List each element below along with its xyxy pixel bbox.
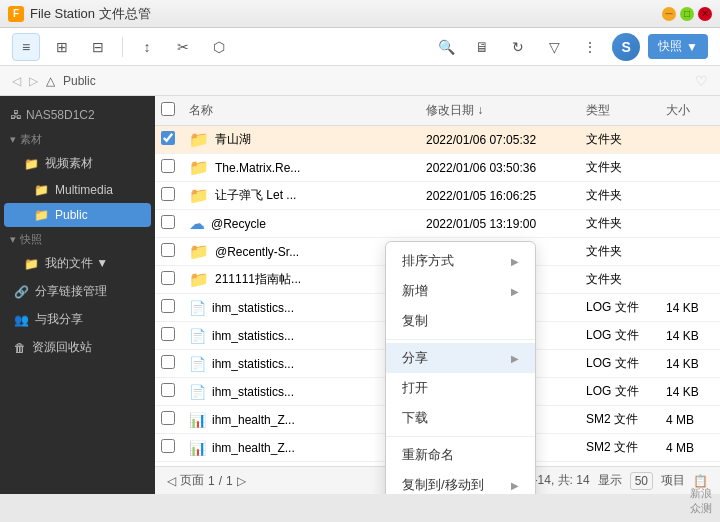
row-check-cell[interactable] xyxy=(155,184,183,207)
nav-back-icon[interactable]: ◁ xyxy=(12,74,21,88)
submenu-arrow-icon: ▶ xyxy=(511,286,519,297)
row-checkbox[interactable] xyxy=(161,327,175,341)
ctx-item-label: 新增 xyxy=(402,282,428,300)
close-button[interactable]: ✕ xyxy=(698,7,712,21)
sidebar-item-myfiles[interactable]: 📁 我的文件 ▼ xyxy=(4,250,151,277)
tools-button[interactable]: ✂ xyxy=(169,33,197,61)
detail-view-button[interactable]: ⊟ xyxy=(84,33,112,61)
col-name-header[interactable]: 名称 xyxy=(183,100,420,121)
section-snapshots[interactable]: ▾ 快照 xyxy=(0,228,155,249)
list-view-button[interactable]: ≡ xyxy=(12,33,40,61)
refresh-icon[interactable]: ↻ xyxy=(504,33,532,61)
select-all-checkbox[interactable] xyxy=(161,102,175,116)
sidebar-item-shared-label: 与我分享 xyxy=(35,311,83,328)
row-type-cell: 文件夹 xyxy=(580,184,660,207)
more-icon[interactable]: ⋮ xyxy=(576,33,604,61)
sidebar-item-video[interactable]: 📁 视频素材 xyxy=(4,150,151,177)
share-button[interactable]: ⬡ xyxy=(205,33,233,61)
context-menu-item-分享[interactable]: 分享▶ xyxy=(386,343,535,373)
share-icon: 👥 xyxy=(14,313,29,327)
link-icon: 🔗 xyxy=(14,285,29,299)
row-check-cell[interactable] xyxy=(155,436,183,459)
table-row[interactable]: 📁 The.Matrix.Re... 2022/01/06 03:50:36 文… xyxy=(155,154,720,182)
row-type-cell: LOG 文件 xyxy=(580,296,660,319)
remote-icon[interactable]: 🖥 xyxy=(468,33,496,61)
row-type-cell: 文件夹 xyxy=(580,128,660,151)
sidebar-item-shared-with-me[interactable]: 👥 与我分享 xyxy=(4,306,151,333)
row-check-cell[interactable] xyxy=(155,408,183,431)
row-check-cell[interactable] xyxy=(155,268,183,291)
filter-icon[interactable]: ▽ xyxy=(540,33,568,61)
maximize-button[interactable]: □ xyxy=(680,7,694,21)
row-check-cell[interactable] xyxy=(155,352,183,375)
page-separator: / xyxy=(219,474,222,488)
row-checkbox[interactable] xyxy=(161,159,175,173)
search-icon[interactable]: 🔍 xyxy=(432,33,460,61)
row-check-cell[interactable] xyxy=(155,380,183,403)
section-snapshots-label: 快照 xyxy=(20,232,42,247)
minimize-button[interactable]: ─ xyxy=(662,7,676,21)
context-menu-item-复制到-移动到[interactable]: 复制到/移动到▶ xyxy=(386,470,535,494)
col-size-header[interactable]: 大小 xyxy=(660,100,720,121)
section-materials[interactable]: ▾ 素材 xyxy=(0,128,155,149)
file-list-header: 名称 修改日期 ↓ 类型 大小 xyxy=(155,96,720,126)
row-type-cell: LOG 文件 xyxy=(580,352,660,375)
row-modified-cell: 2022/01/06 07:05:32 xyxy=(420,130,580,150)
folder-sync-icon: ☁ xyxy=(189,214,205,233)
row-checkbox[interactable] xyxy=(161,243,175,257)
total-pages: 1 xyxy=(226,474,233,488)
row-check-cell[interactable] xyxy=(155,156,183,179)
favorite-icon[interactable]: ♡ xyxy=(695,73,708,89)
context-menu-item-新增[interactable]: 新增▶ xyxy=(386,276,535,306)
chevron-icon: ▾ xyxy=(10,233,16,246)
nav-up-icon[interactable]: △ xyxy=(46,74,55,88)
col-modified-header[interactable]: 修改日期 ↓ xyxy=(420,100,580,121)
sidebar-item-share-links[interactable]: 🔗 分享链接管理 xyxy=(4,278,151,305)
sidebar-item-public[interactable]: 📁 Public xyxy=(4,203,151,227)
row-checkbox[interactable] xyxy=(161,131,175,145)
row-checkbox[interactable] xyxy=(161,215,175,229)
col-type-header[interactable]: 类型 xyxy=(580,100,660,121)
row-size-cell: 14 KB xyxy=(660,326,720,346)
sidebar-item-multimedia[interactable]: 📁 Multimedia xyxy=(4,178,151,202)
row-checkbox[interactable] xyxy=(161,299,175,313)
row-check-cell[interactable] xyxy=(155,296,183,319)
context-menu-item-下载[interactable]: 下载 xyxy=(386,403,535,433)
row-checkbox[interactable] xyxy=(161,439,175,453)
title-bar-controls[interactable]: ─ □ ✕ xyxy=(662,7,712,21)
address-path: Public xyxy=(63,74,96,88)
table-row[interactable]: 📁 青山湖 2022/01/06 07:05:32 文件夹 xyxy=(155,126,720,154)
context-menu-item-打开[interactable]: 打开 xyxy=(386,373,535,403)
ctx-item-label: 重新命名 xyxy=(402,446,454,464)
row-checkbox[interactable] xyxy=(161,187,175,201)
prev-page-btn[interactable]: ◁ xyxy=(167,474,176,488)
nas-name: NAS58D1C2 xyxy=(26,108,95,122)
row-checkbox[interactable] xyxy=(161,383,175,397)
page-label: 页面 xyxy=(180,472,204,489)
sidebar-item-recycle[interactable]: 🗑 资源回收站 xyxy=(4,334,151,361)
row-check-cell[interactable] xyxy=(155,240,183,263)
log-icon: 📄 xyxy=(189,384,206,400)
next-page-btn[interactable]: ▷ xyxy=(237,474,246,488)
row-type-cell: 文件夹 xyxy=(580,156,660,179)
per-page-value: 50 xyxy=(630,472,653,490)
col-check[interactable] xyxy=(155,100,183,121)
row-check-cell[interactable] xyxy=(155,212,183,235)
row-check-cell[interactable] xyxy=(155,324,183,347)
context-menu-item-复制[interactable]: 复制 xyxy=(386,306,535,336)
page-nav: ◁ 页面 1 / 1 ▷ xyxy=(167,472,246,489)
context-menu-item-排序方式[interactable]: 排序方式▶ xyxy=(386,246,535,276)
row-checkbox[interactable] xyxy=(161,411,175,425)
grid-view-button[interactable]: ⊞ xyxy=(48,33,76,61)
table-row[interactable]: 📁 让子弹飞 Let ... 2022/01/05 16:06:25 文件夹 xyxy=(155,182,720,210)
row-check-cell[interactable] xyxy=(155,128,183,151)
context-menu-item-重新命名[interactable]: 重新命名 xyxy=(386,440,535,470)
sort-button[interactable]: ↕ xyxy=(133,33,161,61)
quick-snapshot-button[interactable]: 快照 ▼ xyxy=(648,34,708,59)
nav-forward-icon[interactable]: ▷ xyxy=(29,74,38,88)
synology-avatar[interactable]: S xyxy=(612,33,640,61)
row-checkbox[interactable] xyxy=(161,271,175,285)
table-row[interactable]: ☁ @Recycle 2022/01/05 13:19:00 文件夹 xyxy=(155,210,720,238)
row-checkbox[interactable] xyxy=(161,355,175,369)
submenu-arrow-icon: ▶ xyxy=(511,256,519,267)
